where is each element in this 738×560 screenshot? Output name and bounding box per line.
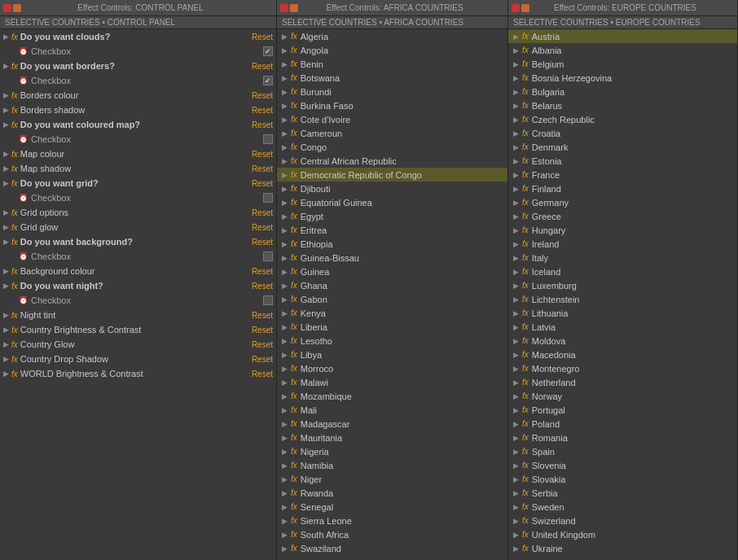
country-list-item[interactable]: ▶fxEstonia [508, 154, 737, 168]
reset-button[interactable]: Reset [252, 238, 273, 247]
country-list-item[interactable]: ▶fxSenegal [277, 500, 507, 514]
country-list-item[interactable]: ▶fxAustria [508, 29, 737, 43]
country-list-item[interactable]: ▶fxPoland [508, 417, 737, 431]
fx-row[interactable]: ▶fxWORLD Brightness & ContrastReset [0, 366, 276, 381]
checkbox-input[interactable] [263, 193, 273, 203]
country-list-item[interactable]: ▶fxNetherland [508, 375, 737, 389]
country-list-item[interactable]: ▶fxPortugal [508, 403, 737, 417]
fx-row[interactable]: ▶fxNight tintReset [0, 308, 276, 322]
checkbox-input[interactable]: ✓ [263, 76, 273, 85]
country-list-item[interactable]: ▶fxSouth Africa [277, 527, 507, 541]
country-list-item[interactable]: ▶fxItaly [508, 251, 737, 265]
fx-row[interactable]: ▶fxDo you want background?Reset [0, 234, 276, 249]
country-list-item[interactable]: ▶fxSlovakia [508, 472, 737, 486]
fx-row[interactable]: ▶fxBorders shadowReset [0, 103, 276, 117]
country-list-item[interactable]: ▶fxGermany [508, 195, 737, 209]
left-close-btn[interactable] [3, 4, 11, 12]
fx-row[interactable]: ▶fxCountry GlowReset [0, 337, 276, 352]
country-list-item[interactable]: ▶fxMontenegro [508, 361, 737, 375]
right-close-btn[interactable] [512, 4, 520, 12]
country-list-item[interactable]: ▶fxAlbania [508, 43, 737, 57]
country-list-item[interactable]: ▶fxCameroun [277, 126, 507, 140]
country-list-item[interactable]: ▶fxKenya [277, 306, 507, 320]
checkbox-row[interactable]: ⏰Checkbox✓ [0, 44, 276, 59]
country-list-item[interactable]: ▶fxUnited Kingdom [508, 527, 737, 541]
reset-button[interactable]: Reset [252, 120, 273, 129]
country-list-item[interactable]: ▶fxMalawi [277, 375, 507, 389]
country-list-item[interactable]: ▶fxDemocratic Republic of Congo [277, 168, 507, 182]
reset-button[interactable]: Reset [252, 164, 273, 173]
country-list-item[interactable]: ▶fxMozambique [277, 389, 507, 403]
country-list-item[interactable]: ▶fxRwanda [277, 486, 507, 500]
fx-row[interactable]: ▶fxGrid optionsReset [0, 205, 276, 220]
country-list-item[interactable]: ▶fxGuinea-Bissau [277, 251, 507, 265]
reset-button[interactable]: Reset [252, 91, 273, 100]
left-panel-body[interactable]: ▶fxDo you want clouds?Reset⏰Checkbox✓▶fx… [0, 29, 276, 560]
fx-row[interactable]: ▶fxGrid glowReset [0, 220, 276, 234]
country-list-item[interactable]: ▶fxLiberia [277, 320, 507, 334]
reset-button[interactable]: Reset [252, 355, 273, 364]
checkbox-row[interactable]: ⏰Checkbox [0, 190, 276, 205]
reset-button[interactable]: Reset [252, 150, 273, 159]
country-list-item[interactable]: ▶fxIreland [508, 237, 737, 251]
country-list-item[interactable]: ▶fxMacedonia [508, 348, 737, 361]
country-list-item[interactable]: ▶fxBelgium [508, 57, 737, 71]
country-list-item[interactable]: ▶fxIceland [508, 265, 737, 278]
fx-row[interactable]: ▶fxBorders colourReset [0, 88, 276, 103]
reset-button[interactable]: Reset [252, 311, 273, 320]
country-list-item[interactable]: ▶fxLichtenstein [508, 292, 737, 306]
country-list-item[interactable]: ▶fxCzech Republic [508, 112, 737, 126]
fx-row[interactable]: ▶fxDo you want grid?Reset [0, 176, 276, 190]
country-list-item[interactable]: ▶fxBurkina Faso [277, 98, 507, 112]
fx-row[interactable]: ▶fxMap shadowReset [0, 161, 276, 176]
reset-button[interactable]: Reset [252, 62, 273, 71]
reset-button[interactable]: Reset [252, 282, 273, 291]
country-list-item[interactable]: ▶fxBelarus [508, 98, 737, 112]
country-list-item[interactable]: ▶fxBulgaria [508, 85, 737, 98]
country-list-item[interactable]: ▶fxMoldova [508, 334, 737, 348]
country-list-item[interactable]: ▶fxBosnia Herzegovina [508, 71, 737, 85]
country-list-item[interactable]: ▶fxBenin [277, 57, 507, 71]
reset-button[interactable]: Reset [252, 106, 273, 115]
country-list-item[interactable]: ▶fxEthiopia [277, 237, 507, 251]
fx-row[interactable]: ▶fxDo you want night?Reset [0, 278, 276, 293]
country-list-item[interactable]: ▶fxGuinea [277, 265, 507, 278]
country-list-item[interactable]: ▶fxGabon [277, 292, 507, 306]
country-list-item[interactable]: ▶fxDjibouti [277, 182, 507, 195]
checkbox-row[interactable]: ⏰Checkbox [0, 132, 276, 147]
fx-row[interactable]: ▶fxBackground colourReset [0, 264, 276, 278]
country-list-item[interactable]: ▶fxSwaziland [277, 541, 507, 555]
country-list-item[interactable]: ▶fxHungary [508, 223, 737, 237]
reset-button[interactable]: Reset [252, 326, 273, 335]
fx-row[interactable]: ▶fxDo you want coloured map?Reset [0, 117, 276, 132]
country-list-item[interactable]: ▶fxEritrea [277, 223, 507, 237]
country-list-item[interactable]: ▶fxNorway [508, 389, 737, 403]
right-panel-body[interactable]: ▶fxAustria▶fxAlbania▶fxBelgium▶fxBosnia … [508, 29, 737, 560]
checkbox-row[interactable]: ⏰Checkbox [0, 249, 276, 264]
country-list-item[interactable]: ▶fxSlovenia [508, 458, 737, 472]
country-list-item[interactable]: ▶fxNamibia [277, 458, 507, 472]
country-list-item[interactable]: ▶fxSpain [508, 444, 737, 458]
country-list-item[interactable]: ▶fxSwizerland [508, 514, 737, 527]
country-list-item[interactable]: ▶fxUkraine [508, 541, 737, 555]
country-list-item[interactable]: ▶fxEgypt [277, 209, 507, 223]
reset-button[interactable]: Reset [252, 370, 273, 378]
checkbox-input[interactable] [263, 295, 273, 305]
country-list-item[interactable]: ▶fxGhana [277, 278, 507, 292]
country-list-item[interactable]: ▶fxMauritania [277, 431, 507, 444]
country-list-item[interactable]: ▶fxCongo [277, 140, 507, 154]
checkbox-row[interactable]: ⏰Checkbox [0, 293, 276, 308]
country-list-item[interactable]: ▶fxAlgeria [277, 29, 507, 43]
mid-close-btn[interactable] [280, 4, 288, 12]
country-list-item[interactable]: ▶fxSerbia [508, 486, 737, 500]
country-list-item[interactable]: ▶fxFrance [508, 168, 737, 182]
country-list-item[interactable]: ▶fxCentral African Republic [277, 154, 507, 168]
fx-row[interactable]: ▶fxDo you want clouds?Reset [0, 29, 276, 44]
country-list-item[interactable]: ▶fxSierra Leone [277, 514, 507, 527]
fx-row[interactable]: ▶fxDo you want borders?Reset [0, 59, 276, 73]
country-list-item[interactable]: ▶fxBotswana [277, 71, 507, 85]
country-list-item[interactable]: ▶fxLatvia [508, 320, 737, 334]
checkbox-input[interactable]: ✓ [263, 46, 273, 56]
fx-row[interactable]: ▶fxMap colourReset [0, 147, 276, 161]
reset-button[interactable]: Reset [252, 33, 273, 42]
